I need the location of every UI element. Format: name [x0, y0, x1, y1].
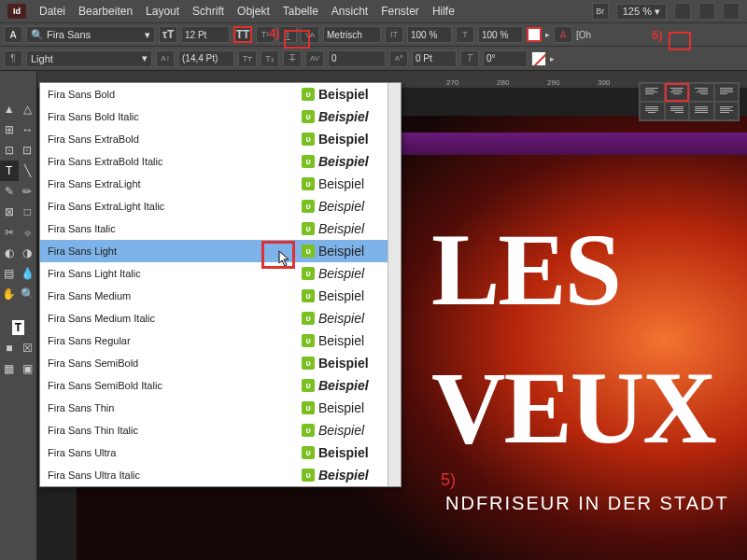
skew-input[interactable]: 0°	[483, 50, 528, 67]
small-caps-button[interactable]: Tᴛ	[238, 50, 257, 67]
font-option[interactable]: Fira Sans Medium ItalicυBeispiel	[40, 307, 401, 329]
menu-datei[interactable]: Datei	[39, 5, 65, 18]
menu-fenster[interactable]: Fenster	[381, 5, 419, 18]
font-option[interactable]: Fira Sans ThinυBeispiel	[40, 397, 401, 419]
justify-all[interactable]	[689, 102, 714, 120]
align-right[interactable]	[689, 83, 714, 102]
gradient-swatch-tool[interactable]: ◐	[0, 243, 19, 263]
pencil-tool[interactable]: ✏	[19, 181, 37, 202]
apply-none[interactable]: ☒	[19, 338, 37, 358]
typekit-badge-icon: υ	[302, 379, 315, 392]
font-option[interactable]: Fira Sans ExtraBold ItalicυBeispiel	[40, 150, 401, 173]
font-option[interactable]: Fira Sans ExtraLightυBeispiel	[40, 173, 401, 195]
font-option[interactable]: Fira Sans Thin ItalicυBeispiel	[40, 419, 401, 441]
subscript-button[interactable]: T₁	[261, 50, 279, 67]
zoom-level[interactable]: 125 % ▾	[616, 4, 667, 20]
font-name-label: Fira Sans Light Italic	[48, 268, 302, 279]
font-sample-text: Beispiel	[318, 199, 393, 214]
font-option[interactable]: Fira Sans ExtraLight ItalicυBeispiel	[40, 195, 401, 217]
font-sample-text: Beispiel	[318, 333, 393, 348]
font-size-input[interactable]: 12 Pt	[181, 26, 230, 43]
app-icon: Id	[7, 4, 26, 19]
font-option[interactable]: Fira Sans Light ItalicυBeispiel	[40, 262, 401, 285]
selection-tool[interactable]: ▲	[0, 99, 19, 119]
menu-schrift[interactable]: Schrift	[192, 5, 224, 18]
font-option[interactable]: Fira Sans Ultra ItalicυBeispiel	[40, 464, 401, 486]
font-family-picker[interactable]: 🔍 Fira Sans▾	[26, 26, 155, 43]
apply-color[interactable]: ■	[0, 338, 19, 358]
align-center[interactable]	[665, 83, 690, 102]
kerning-input[interactable]: Metrisch	[323, 26, 381, 43]
menu-layout[interactable]: Layout	[146, 5, 179, 18]
justify-last-center[interactable]	[640, 102, 665, 120]
rectangle-tool[interactable]: □	[19, 202, 37, 222]
font-option[interactable]: Fira Sans RegularυBeispiel	[40, 329, 401, 352]
gap-tool[interactable]: ↔	[19, 119, 37, 140]
menubar: Id Datei Bearbeiten Layout Schrift Objek…	[0, 0, 747, 22]
tracking-input[interactable]: 0	[328, 50, 386, 67]
align-left[interactable]	[640, 83, 665, 102]
all-caps-button[interactable]: TT	[233, 26, 252, 43]
strikethrough-button[interactable]: T	[283, 50, 302, 67]
menu-ansicht[interactable]: Ansicht	[331, 5, 368, 18]
typekit-badge-icon: υ	[302, 88, 315, 101]
font-option[interactable]: Fira Sans BoldυBeispiel	[40, 83, 401, 105]
font-option[interactable]: Fira Sans Bold ItalicυBeispiel	[40, 105, 401, 128]
font-option[interactable]: Fira Sans LightυBeispiel	[40, 240, 401, 262]
leading-input[interactable]: (14,4 Pt)	[178, 50, 234, 67]
typekit-badge-icon: υ	[302, 289, 315, 302]
rectangle-frame-tool[interactable]: ⊠	[0, 202, 19, 222]
font-style-dropdown[interactable]: Fira Sans BoldυBeispielFira Sans Bold It…	[39, 82, 402, 487]
bridge-button[interactable]: Br	[592, 3, 609, 20]
line-tool[interactable]: ╲	[19, 161, 37, 181]
page-tool[interactable]: ⊞	[0, 119, 19, 140]
baseline-icon: Aª	[389, 50, 408, 67]
pen-tool[interactable]: ✎	[0, 181, 19, 202]
fill-stroke-toggle[interactable]: T	[0, 317, 36, 338]
free-transform-tool[interactable]: ⟐	[19, 222, 37, 243]
char-style-label: [Oh	[576, 30, 591, 40]
typekit-badge-icon: υ	[302, 222, 315, 235]
baseline-input[interactable]: 0 Pt	[412, 50, 457, 67]
font-option[interactable]: Fira Sans SemiBold ItalicυBeispiel	[40, 374, 401, 397]
menu-bearbeiten[interactable]: Bearbeiten	[78, 5, 133, 18]
justify-last-right[interactable]	[665, 102, 690, 120]
vscale-input[interactable]: 100 %	[407, 26, 452, 43]
menu-hilfe[interactable]: Hilfe	[432, 5, 455, 18]
font-option[interactable]: Fira Sans ItalicυBeispiel	[40, 217, 401, 240]
arrange-button[interactable]	[698, 3, 715, 20]
font-name-label: Fira Sans SemiBold	[48, 357, 302, 369]
font-option[interactable]: Fira Sans MediumυBeispiel	[40, 285, 401, 307]
content-collector-tool[interactable]: ⊡	[0, 140, 19, 161]
headline-line2: VEUX	[431, 349, 715, 468]
gradient-feather-tool[interactable]: ◑	[19, 243, 37, 263]
fill-color-swatch[interactable]	[527, 27, 542, 42]
direct-selection-tool[interactable]: △	[19, 99, 37, 119]
para-format-icon[interactable]: ¶	[4, 50, 22, 67]
font-option[interactable]: Fira Sans ExtraBoldυBeispiel	[40, 128, 401, 150]
char-style-icon[interactable]: A	[554, 26, 572, 43]
scissors-tool[interactable]: ✂	[0, 222, 19, 243]
align-towards-spine[interactable]	[714, 102, 740, 120]
normal-view-mode[interactable]: ▦	[0, 358, 19, 379]
justify-last-left[interactable]	[714, 83, 740, 102]
note-tool[interactable]: ▤	[0, 263, 19, 284]
font-option[interactable]: Fira Sans SemiBoldυBeispiel	[40, 352, 401, 374]
menu-objekt[interactable]: Objekt	[237, 5, 270, 18]
font-sample-text: Beispiel	[318, 468, 393, 483]
dropdown-scrollbar[interactable]	[388, 83, 401, 486]
zoom-tool[interactable]: 🔍	[19, 284, 37, 304]
font-style-picker[interactable]: Light▾	[26, 50, 152, 67]
eyedropper-tool[interactable]: 💧	[19, 263, 37, 284]
font-option[interactable]: Fira Sans UltraυBeispiel	[40, 441, 401, 464]
char-format-icon[interactable]: A	[4, 26, 22, 43]
stroke-color-swatch[interactable]	[531, 51, 546, 66]
hscale-input[interactable]: 100 %	[478, 26, 523, 43]
workspace-button[interactable]	[723, 3, 740, 20]
menu-tabelle[interactable]: Tabelle	[283, 5, 318, 18]
type-tool[interactable]: T	[0, 161, 19, 181]
preview-mode[interactable]: ▣	[19, 358, 37, 379]
content-placer-tool[interactable]: ⊡	[19, 140, 37, 161]
screen-mode-button[interactable]	[674, 3, 691, 20]
hand-tool[interactable]: ✋	[0, 284, 19, 304]
